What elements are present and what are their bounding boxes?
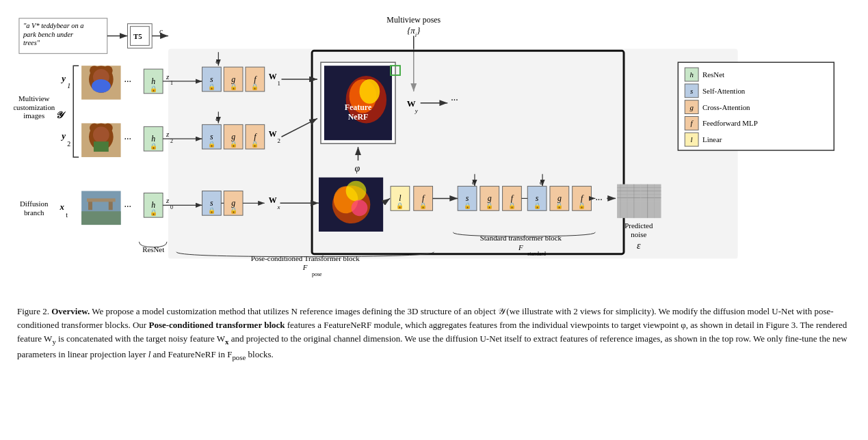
svg-text:🔒: 🔒 <box>419 202 428 210</box>
svg-text:Self-Attention: Self-Attention <box>702 87 746 95</box>
svg-text:···: ··· <box>451 95 458 105</box>
svg-text:l: l <box>691 135 693 143</box>
svg-point-110 <box>346 181 367 202</box>
svg-text:images: images <box>23 111 44 120</box>
svg-text:🔒: 🔒 <box>251 140 259 148</box>
svg-text:🔒: 🔒 <box>534 202 542 210</box>
svg-text:🔒: 🔒 <box>208 140 216 148</box>
svg-text:Pose-conditioned Transformer b: Pose-conditioned Transformer block <box>251 254 360 262</box>
svg-text:W: W <box>269 195 277 205</box>
svg-text:W: W <box>269 129 277 139</box>
caption-area: Figure 2. Overview. We propose a model c… <box>14 305 854 363</box>
svg-rect-90 <box>87 198 116 202</box>
svg-text:F: F <box>518 243 523 251</box>
svg-text:🔒: 🔒 <box>230 140 238 148</box>
svg-text:···: ··· <box>124 202 131 212</box>
svg-text:Cross-Attention: Cross-Attention <box>702 103 750 111</box>
svg-text:c: c <box>159 27 163 35</box>
svg-text:🔒: 🔒 <box>578 202 586 210</box>
svg-text:🔒: 🔒 <box>208 206 216 215</box>
svg-text:Multiview poses: Multiview poses <box>386 15 440 25</box>
svg-text:z: z <box>166 72 170 81</box>
svg-rect-87 <box>81 211 120 225</box>
svg-text:z: z <box>166 130 170 138</box>
svg-text:y: y <box>60 131 66 141</box>
svg-text:Multiview: Multiview <box>18 94 50 102</box>
svg-text:t: t <box>66 211 68 219</box>
svg-text:Predicted: Predicted <box>624 221 653 230</box>
svg-text:···: ··· <box>124 77 131 87</box>
svg-text:h: h <box>151 77 155 86</box>
svg-text:🔒: 🔒 <box>230 83 238 91</box>
svg-text:s: s <box>536 193 539 203</box>
svg-text:1: 1 <box>278 80 280 87</box>
svg-text:NeRF: NeRF <box>348 112 369 122</box>
svg-text:h: h <box>151 200 155 210</box>
svg-text:🔒: 🔒 <box>464 202 472 210</box>
svg-text:s: s <box>210 198 213 208</box>
svg-text:standard: standard <box>527 251 546 257</box>
svg-text:x: x <box>277 204 280 210</box>
overview-label: Overview. <box>51 306 90 316</box>
svg-text:ResNet: ResNet <box>702 70 724 79</box>
svg-point-111 <box>352 200 368 216</box>
svg-text:🔒: 🔒 <box>208 83 216 91</box>
svg-text:𝒴: 𝒴 <box>55 110 66 120</box>
svg-point-20 <box>92 79 111 93</box>
svg-text:c: c <box>215 114 219 122</box>
svg-text:"a V* teddybear on a: "a V* teddybear on a <box>23 22 84 29</box>
svg-text:c: c <box>472 178 475 186</box>
svg-text:h: h <box>689 70 693 79</box>
svg-text:g: g <box>231 74 235 84</box>
svg-text:···: ··· <box>595 195 602 205</box>
svg-text:c: c <box>215 57 219 65</box>
svg-text:g: g <box>231 198 235 208</box>
svg-text:···: ··· <box>124 134 131 144</box>
svg-text:🔒: 🔒 <box>150 85 158 93</box>
svg-text:g: g <box>689 103 694 111</box>
svg-text:branch: branch <box>24 208 44 217</box>
svg-text:2: 2 <box>67 140 70 148</box>
svg-text:F: F <box>302 263 308 271</box>
svg-text:Diffusion: Diffusion <box>20 200 49 208</box>
svg-text:h: h <box>151 134 155 143</box>
svg-text:🔒: 🔒 <box>508 202 516 210</box>
figure-ref: Figure 2. <box>17 306 49 316</box>
svg-text:🔒: 🔒 <box>251 83 259 91</box>
svg-text:ε: ε <box>637 240 641 251</box>
svg-text:W: W <box>269 72 277 81</box>
svg-point-47 <box>93 126 109 143</box>
svg-text:🔒: 🔒 <box>230 206 238 215</box>
diagram-area: "a V* teddybear on a park bench under tr… <box>14 7 854 301</box>
svg-text:z: z <box>166 196 170 204</box>
caption-bold-phrase: Pose-conditioned transformer block <box>148 320 285 330</box>
svg-text:🔒: 🔒 <box>486 202 494 210</box>
svg-text:x: x <box>59 202 64 212</box>
svg-text:y: y <box>415 107 418 114</box>
svg-text:Standard transformer block: Standard transformer block <box>480 234 562 242</box>
svg-rect-180 <box>678 62 834 150</box>
svg-text:trees": trees" <box>23 39 40 46</box>
svg-text:🔒: 🔒 <box>150 142 158 150</box>
svg-text:s: s <box>690 87 693 95</box>
svg-text:park bench under: park bench under <box>23 31 74 38</box>
main-container: "a V* teddybear on a park bench under tr… <box>0 0 868 370</box>
svg-text:y: y <box>60 74 66 83</box>
svg-text:s: s <box>210 74 213 84</box>
svg-text:noise: noise <box>631 230 646 238</box>
svg-rect-48 <box>94 141 109 152</box>
svg-text:g: g <box>231 132 235 141</box>
svg-text:🔒: 🔒 <box>396 202 404 210</box>
svg-text:Linear: Linear <box>702 135 722 143</box>
svg-text:s: s <box>466 193 469 203</box>
svg-text:🔒: 🔒 <box>150 208 158 217</box>
svg-text:customization: customization <box>14 103 55 111</box>
svg-text:T5: T5 <box>133 32 142 40</box>
svg-text:s: s <box>210 132 213 141</box>
svg-text:g: g <box>557 193 562 203</box>
svg-text:Feature: Feature <box>345 102 371 112</box>
svg-point-75 <box>359 79 380 104</box>
svg-text:pose: pose <box>312 271 322 277</box>
svg-text:φ: φ <box>355 163 360 174</box>
svg-text:c: c <box>540 178 543 186</box>
